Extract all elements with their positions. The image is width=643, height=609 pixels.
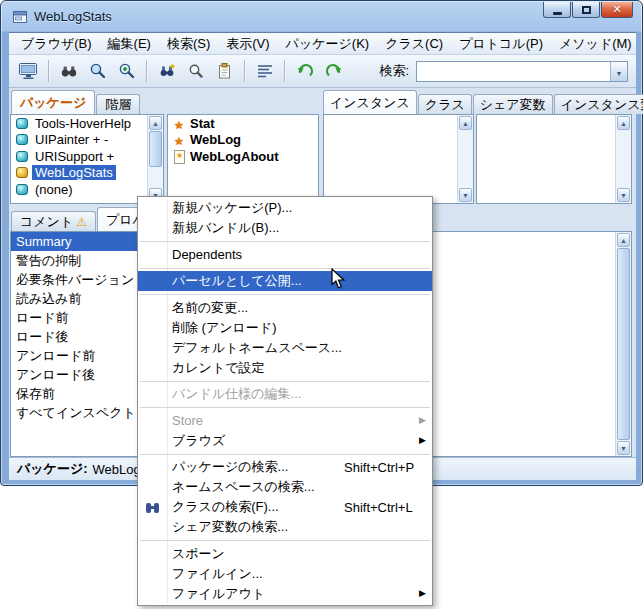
paste-icon[interactable] [211, 58, 238, 84]
scroll-track[interactable] [617, 131, 630, 187]
package-icon [16, 118, 28, 129]
menu-item-icon [143, 320, 165, 336]
context-menu-item[interactable]: ファイルイン... [138, 564, 432, 584]
class-list-panel: StatWebLogWebLogAbout [167, 114, 319, 204]
find-binoculars-icon[interactable] [55, 58, 82, 84]
context-menu-item[interactable]: Dependents [138, 245, 432, 265]
property-page-item[interactable]: Summary [11, 232, 139, 251]
context-menu-item[interactable]: スポーン [138, 544, 432, 564]
scroll-thumb[interactable] [617, 248, 630, 440]
class-list-item[interactable]: Stat [168, 115, 318, 132]
property-page-item[interactable]: ロード前 [11, 308, 139, 327]
package-tree-item[interactable]: WebLogStats [11, 165, 147, 182]
scroll-track[interactable] [617, 248, 630, 440]
format-lines-icon[interactable] [251, 58, 278, 84]
class-list-item[interactable]: WebLog [168, 132, 318, 149]
menubar-item[interactable]: メソッド(M) [551, 33, 640, 54]
app-icon [12, 9, 28, 25]
package-icon [16, 167, 28, 178]
tab[interactable]: パッケージ [11, 90, 95, 114]
titlebar[interactable]: WebLogStats ✕ [1, 1, 642, 32]
tab[interactable]: インスタンス変数 [554, 94, 643, 114]
scroll-down-button[interactable] [459, 188, 472, 202]
menu-shortcut: Shift+Ctrl+P [344, 460, 414, 475]
context-menu-item[interactable]: カレントで設定 [138, 358, 432, 378]
class-icon [172, 133, 186, 146]
menubar-item[interactable]: 表示(V) [218, 33, 277, 54]
zoom-in-icon[interactable] [113, 58, 140, 84]
menubar-item[interactable]: パッケージ(K) [278, 33, 378, 54]
package-tree-item[interactable]: UIPainter + - [11, 132, 147, 149]
vertical-scrollbar[interactable] [457, 115, 473, 203]
package-tree-item[interactable]: URISupport + [11, 148, 147, 165]
scroll-track[interactable] [149, 131, 162, 187]
menubar-item[interactable]: プロトコル(P) [451, 33, 551, 54]
scroll-up-button[interactable] [149, 116, 162, 130]
scroll-up-button[interactable] [617, 116, 630, 130]
property-page-item[interactable]: すべてインスペクト [11, 403, 139, 422]
search-input[interactable] [417, 63, 610, 80]
menu-item-icon [143, 220, 165, 236]
vertical-scrollbar[interactable] [615, 232, 631, 456]
search-globe-icon[interactable] [84, 58, 111, 84]
redo-icon[interactable] [320, 58, 347, 84]
context-menu: 新規パッケージ(P)... 新規バンドル(B)... Dependents [137, 196, 433, 606]
menubar-item[interactable]: クラス(C) [377, 33, 451, 54]
context-menu-item[interactable]: 新規パッケージ(P)... [138, 198, 432, 218]
property-page-item[interactable]: ロード後 [11, 327, 139, 346]
maximize-button[interactable] [572, 2, 600, 18]
context-menu-item[interactable]: バンドル仕様の編集... [138, 384, 432, 404]
scroll-up-button[interactable] [459, 116, 472, 130]
chevron-down-icon [616, 64, 623, 79]
class-list-item[interactable]: WebLogAbout [168, 148, 318, 165]
search-dropdown-button[interactable] [610, 62, 627, 81]
scroll-down-button[interactable] [617, 441, 630, 455]
tab[interactable]: シェア変数 [473, 94, 553, 114]
minimize-button[interactable] [543, 2, 571, 18]
context-menu-item[interactable]: デフォルトネームスペース... [138, 338, 432, 358]
property-page-item[interactable]: 読み込み前 [11, 289, 139, 308]
property-page-item[interactable]: 保存前 [11, 384, 139, 403]
property-page-item[interactable]: 必要条件バージョン [11, 270, 139, 289]
context-menu-item[interactable]: 名前の変更... [138, 298, 432, 318]
context-menu-item[interactable]: 新規バンドル(B)... [138, 218, 432, 238]
menu-item-icon [143, 586, 165, 602]
context-menu-item[interactable]: ネームスペースの検索... [138, 477, 432, 497]
menubar-item[interactable]: ブラウザ(B) [13, 33, 100, 54]
scroll-up-button[interactable] [617, 233, 630, 247]
context-menu-item[interactable]: Store ▶ [138, 411, 432, 431]
system-browser-icon[interactable] [15, 58, 42, 84]
context-menu-item[interactable]: シェア変数の検索... [138, 517, 432, 537]
context-menu-item[interactable]: ファイルアウト ▶ [138, 584, 432, 604]
menu-item-icon [143, 300, 165, 316]
find-class-binoculars-icon[interactable] [153, 58, 180, 84]
vertical-scrollbar[interactable] [615, 115, 631, 203]
close-button[interactable]: ✕ [601, 2, 633, 18]
context-menu-item[interactable]: 削除 (アンロード) [138, 318, 432, 338]
package-tree-item[interactable]: Tools-HoverHelp [11, 115, 147, 132]
context-menu-item[interactable]: クラスの検索(F)... Shift+Ctrl+L [138, 497, 432, 517]
tab[interactable]: クラス [418, 94, 472, 114]
undo-icon[interactable] [291, 58, 318, 84]
tab[interactable]: コメント [11, 211, 96, 231]
property-page-item[interactable]: アンロード前 [11, 346, 139, 365]
context-menu-item[interactable]: ブラウズ ▶ [138, 431, 432, 451]
tab[interactable]: 階層 [96, 94, 140, 114]
scroll-down-button[interactable] [617, 188, 630, 202]
context-menu-item[interactable]: パーセルとして公開... [138, 271, 432, 291]
instance-variables-panel-2 [476, 114, 632, 204]
search-method-icon[interactable] [182, 58, 209, 84]
scroll-thumb[interactable] [149, 131, 162, 167]
context-menu-item[interactable]: パッケージの検索... Shift+Ctrl+P [138, 457, 432, 477]
menubar-item[interactable]: 編集(E) [100, 33, 159, 54]
mouse-cursor [331, 268, 346, 290]
property-page-item[interactable]: 警告の抑制 [11, 251, 139, 270]
tab[interactable]: インスタンス [323, 90, 417, 114]
menu-item-icon [143, 360, 165, 376]
package-tree-item[interactable]: (none) [11, 181, 147, 198]
property-page-item[interactable]: アンロード後 [11, 365, 139, 384]
vertical-scrollbar[interactable] [147, 115, 163, 203]
class-icon [172, 150, 186, 163]
scroll-track[interactable] [459, 131, 472, 187]
menubar-item[interactable]: 検索(S) [159, 33, 218, 54]
